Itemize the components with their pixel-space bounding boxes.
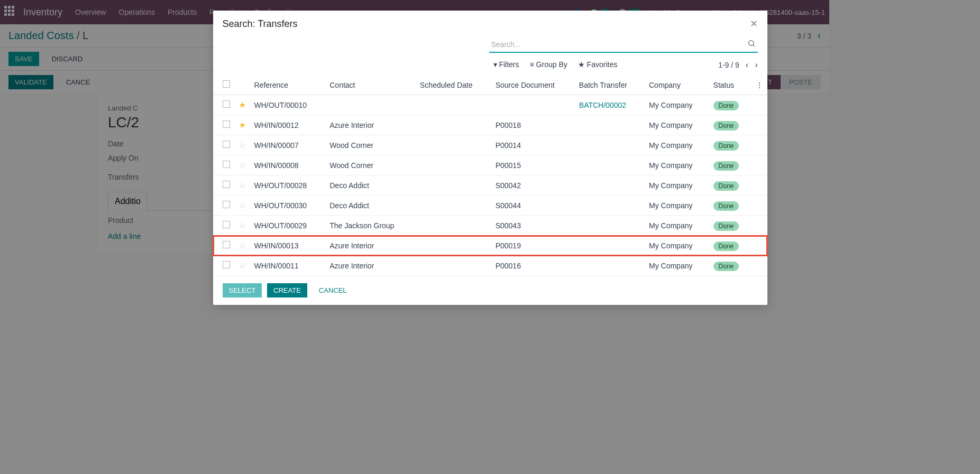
row-checkbox[interactable] xyxy=(223,261,230,268)
cell-batch xyxy=(575,236,645,256)
cell-scheduled xyxy=(416,256,491,276)
cell-batch xyxy=(575,155,645,175)
row-checkbox[interactable] xyxy=(223,141,230,148)
star-icon[interactable]: ☆ xyxy=(239,241,246,250)
row-checkbox[interactable] xyxy=(223,100,230,108)
cell-reference: WH/IN/00011 xyxy=(250,256,326,276)
select-all-checkbox[interactable] xyxy=(223,80,230,88)
col-status[interactable]: Status xyxy=(709,75,752,95)
modal-close-button[interactable]: ✕ xyxy=(750,18,758,30)
col-source[interactable]: Source Document xyxy=(491,75,575,95)
col-batch[interactable]: Batch Transfer xyxy=(575,75,645,95)
cell-scheduled xyxy=(416,135,491,155)
cell-status: Done xyxy=(709,236,752,256)
cell-source: P00016 xyxy=(491,256,575,276)
cell-source: S00042 xyxy=(491,175,575,196)
modal-pager-text: 1-9 / 9 xyxy=(718,61,739,69)
cell-reference: WH/IN/00013 xyxy=(250,236,326,256)
cell-source: P00015 xyxy=(491,155,575,175)
group-by-button[interactable]: ≡ Group By xyxy=(530,60,567,70)
cell-scheduled xyxy=(416,175,491,196)
star-icon[interactable]: ★ xyxy=(239,120,246,129)
cell-company: My Company xyxy=(645,196,709,216)
col-contact[interactable]: Contact xyxy=(325,75,416,95)
col-company[interactable]: Company xyxy=(645,75,709,95)
row-checkbox[interactable] xyxy=(223,241,230,248)
transfers-table: Reference Contact Scheduled Date Source … xyxy=(213,75,767,276)
cell-reference: WH/IN/00012 xyxy=(250,115,326,135)
modal-pager-next[interactable]: › xyxy=(755,60,757,70)
cell-source: P00019 xyxy=(491,236,575,256)
star-icon[interactable]: ☆ xyxy=(239,141,246,150)
cell-status: Done xyxy=(709,256,752,276)
table-row[interactable]: ☆ WH/IN/00008 Wood Corner P00015 My Comp… xyxy=(213,155,767,175)
row-checkbox[interactable] xyxy=(223,221,230,228)
cell-company: My Company xyxy=(645,216,709,236)
col-reference[interactable]: Reference xyxy=(250,75,326,95)
cell-reference: WH/OUT/00029 xyxy=(250,216,326,236)
modal-title: Search: Transfers xyxy=(223,18,298,30)
search-input[interactable] xyxy=(489,37,758,53)
cell-scheduled xyxy=(416,216,491,236)
cell-scheduled xyxy=(416,95,491,115)
cancel-modal-button[interactable]: CANCEL xyxy=(313,283,353,298)
svg-point-0 xyxy=(748,41,753,45)
row-checkbox[interactable] xyxy=(223,181,230,188)
cell-status: Done xyxy=(709,115,752,135)
modal-overlay: Search: Transfers ✕ ▾ Filters ≡ Group By… xyxy=(0,0,829,401)
col-scheduled[interactable]: Scheduled Date xyxy=(416,75,491,95)
table-row[interactable]: ☆ WH/IN/00011 Azure Interior P00016 My C… xyxy=(213,256,767,276)
cell-contact: Wood Corner xyxy=(325,135,416,155)
cell-status: Done xyxy=(709,155,752,175)
row-checkbox[interactable] xyxy=(223,120,230,128)
cell-scheduled xyxy=(416,115,491,135)
col-more[interactable]: ⋮ xyxy=(752,75,767,95)
cell-source: P00014 xyxy=(491,135,575,155)
table-row[interactable]: ☆ WH/IN/00013 Azure Interior P00019 My C… xyxy=(213,236,767,256)
table-row[interactable]: ☆ WH/OUT/00028 Deco Addict S00042 My Com… xyxy=(213,175,767,196)
cell-reference: WH/IN/00008 xyxy=(250,155,326,175)
star-icon[interactable]: ☆ xyxy=(239,201,246,210)
cell-company: My Company xyxy=(645,155,709,175)
cell-status: Done xyxy=(709,196,752,216)
modal-search xyxy=(489,37,758,53)
cell-batch xyxy=(575,256,645,276)
cell-company: My Company xyxy=(645,115,709,135)
star-icon[interactable]: ☆ xyxy=(239,261,246,270)
cell-reference: WH/OUT/00010 xyxy=(250,95,326,115)
cell-status: Done xyxy=(709,216,752,236)
cell-batch xyxy=(575,175,645,196)
cell-company: My Company xyxy=(645,135,709,155)
row-checkbox[interactable] xyxy=(223,201,230,208)
star-icon[interactable]: ☆ xyxy=(239,181,246,190)
cell-batch xyxy=(575,135,645,155)
cell-scheduled xyxy=(416,236,491,256)
cell-scheduled xyxy=(416,155,491,175)
row-checkbox[interactable] xyxy=(223,161,230,168)
modal-pager-prev[interactable]: ‹ xyxy=(746,60,748,70)
cell-reference: WH/OUT/00030 xyxy=(250,196,326,216)
search-icon[interactable] xyxy=(747,39,756,50)
create-button[interactable]: CREATE xyxy=(267,283,307,298)
star-icon[interactable]: ☆ xyxy=(239,221,246,230)
cell-batch xyxy=(575,196,645,216)
favorites-button[interactable]: ★ Favorites xyxy=(578,60,617,70)
table-row[interactable]: ★ WH/OUT/00010 BATCH/00002 My Company Do… xyxy=(213,95,767,115)
table-row[interactable]: ☆ WH/OUT/00030 Deco Addict S00044 My Com… xyxy=(213,196,767,216)
search-transfers-modal: Search: Transfers ✕ ▾ Filters ≡ Group By… xyxy=(213,11,767,305)
cell-batch: BATCH/00002 xyxy=(575,95,645,115)
table-row[interactable]: ☆ WH/OUT/00029 The Jackson Group S00043 … xyxy=(213,216,767,236)
select-button[interactable]: SELECT xyxy=(223,283,262,298)
cell-status: Done xyxy=(709,135,752,155)
svg-line-1 xyxy=(753,45,755,47)
table-row[interactable]: ★ WH/IN/00012 Azure Interior P00018 My C… xyxy=(213,115,767,135)
filters-button[interactable]: ▾ Filters xyxy=(493,60,519,70)
cell-company: My Company xyxy=(645,175,709,196)
star-icon[interactable]: ☆ xyxy=(239,161,246,170)
cell-contact: Wood Corner xyxy=(325,155,416,175)
cell-contact: The Jackson Group xyxy=(325,216,416,236)
table-row[interactable]: ☆ WH/IN/00007 Wood Corner P00014 My Comp… xyxy=(213,135,767,155)
cell-contact: Azure Interior xyxy=(325,256,416,276)
cell-batch xyxy=(575,115,645,135)
star-icon[interactable]: ★ xyxy=(239,100,246,109)
